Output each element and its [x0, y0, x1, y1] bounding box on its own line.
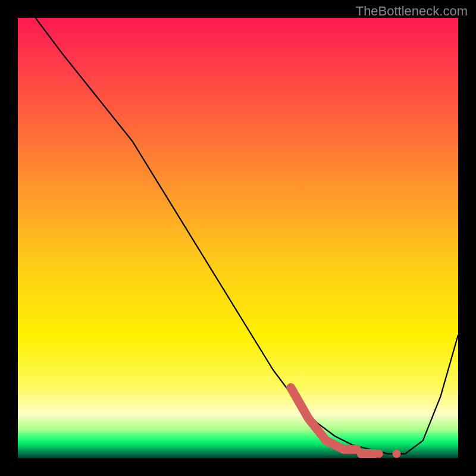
watermark-text: TheBottleneck.com	[356, 4, 468, 19]
chart-svg	[18, 18, 458, 458]
highlight-dot-1	[375, 450, 383, 458]
chart-frame	[18, 18, 458, 458]
highlight-segment-1	[291, 388, 357, 450]
plot-area	[18, 18, 458, 458]
highlight-dot-2	[392, 450, 400, 458]
main-curve-line	[36, 18, 458, 454]
